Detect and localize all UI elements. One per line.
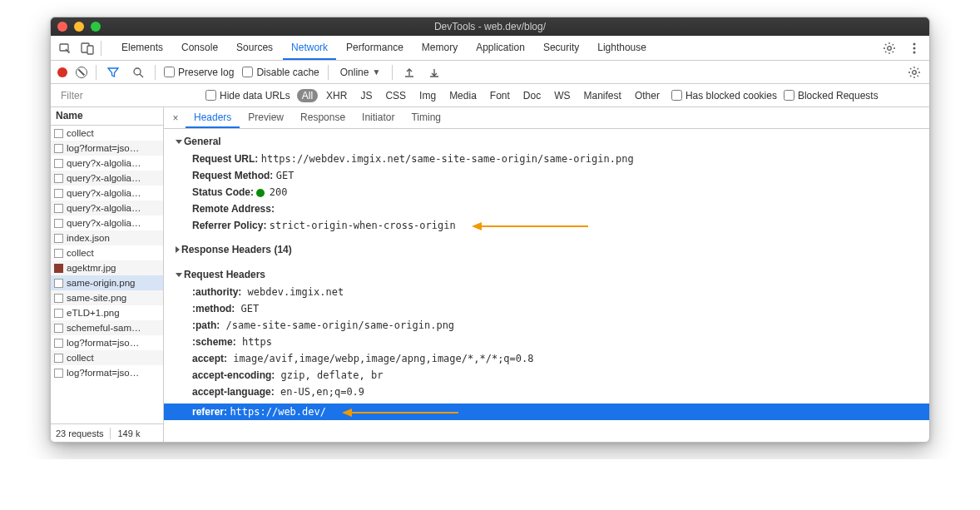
type-filter-ws[interactable]: WS xyxy=(549,89,575,102)
request-row[interactable]: query?x-algolia… xyxy=(51,201,163,215)
status-code-value: 200 xyxy=(270,186,288,198)
response-headers-title[interactable]: Response Headers (14) xyxy=(176,240,921,259)
chevron-down-icon: ▼ xyxy=(372,67,380,77)
chevron-down-icon xyxy=(176,140,182,144)
request-row[interactable]: collect xyxy=(51,245,163,260)
general-title-label: General xyxy=(184,136,221,147)
settings-icon[interactable] xyxy=(881,40,898,57)
requests-count: 23 requests xyxy=(56,428,103,438)
devtools-window: DevTools - web.dev/blog/ ElementsConsole… xyxy=(50,17,930,443)
main-toolbar: ElementsConsoleSourcesNetworkPerformance… xyxy=(51,36,929,61)
response-headers-label: Response Headers (14) xyxy=(181,244,292,255)
header-key: :method: xyxy=(192,303,235,314)
request-row[interactable]: collect xyxy=(51,350,163,365)
type-filter-font[interactable]: Font xyxy=(485,89,515,102)
content-area: Name collectlog?format=jso…query?x-algol… xyxy=(51,107,929,442)
type-filter-css[interactable]: CSS xyxy=(380,89,411,102)
request-row[interactable]: query?x-algolia… xyxy=(51,186,163,201)
window-title: DevTools - web.dev/blog/ xyxy=(51,21,929,32)
detail-tab-initiator[interactable]: Initiator xyxy=(354,108,403,128)
has-blocked-label: Has blocked cookies xyxy=(686,90,777,102)
disable-cache-label: Disable cache xyxy=(256,67,319,78)
request-row[interactable]: query?x-algolia… xyxy=(51,215,163,230)
status-ok-icon xyxy=(256,189,265,197)
type-filter-img[interactable]: Img xyxy=(414,89,441,102)
network-settings-icon[interactable] xyxy=(906,64,923,81)
tab-memory[interactable]: Memory xyxy=(413,37,466,60)
request-row[interactable]: same-site.png xyxy=(51,290,163,305)
request-row[interactable]: index.json xyxy=(51,230,163,245)
detail-tab-preview[interactable]: Preview xyxy=(240,108,292,128)
type-filter-other[interactable]: Other xyxy=(630,89,665,102)
download-har-icon[interactable] xyxy=(426,64,443,81)
request-name: log?format=jso… xyxy=(67,368,139,378)
general-section-title[interactable]: General xyxy=(176,132,921,151)
close-detail-icon[interactable]: × xyxy=(167,112,184,124)
request-row[interactable]: log?format=jso… xyxy=(51,141,163,156)
tab-application[interactable]: Application xyxy=(468,37,533,60)
request-method-value: GET xyxy=(276,170,294,181)
upload-har-icon[interactable] xyxy=(401,64,418,81)
requests-list: collectlog?format=jso…query?x-algolia…qu… xyxy=(51,126,163,423)
titlebar: DevTools - web.dev/blog/ xyxy=(51,17,929,36)
request-name: same-origin.png xyxy=(67,278,135,288)
blocked-requests-checkbox[interactable]: Blocked Requests xyxy=(784,90,879,102)
tab-lighthouse[interactable]: Lighthouse xyxy=(589,37,655,60)
preserve-log-label: Preserve log xyxy=(178,67,234,78)
type-filter-manifest[interactable]: Manifest xyxy=(579,89,626,102)
request-row[interactable]: collect xyxy=(51,126,163,141)
tab-console[interactable]: Console xyxy=(173,37,226,60)
type-filter-js[interactable]: JS xyxy=(355,89,377,102)
request-name: log?format=jso… xyxy=(67,143,139,153)
clear-icon[interactable] xyxy=(76,67,87,78)
request-row[interactable]: log?format=jso… xyxy=(51,365,163,380)
detail-tab-response[interactable]: Response xyxy=(292,108,354,128)
record-icon[interactable] xyxy=(57,67,67,77)
svg-point-7 xyxy=(134,68,141,75)
tab-sources[interactable]: Sources xyxy=(228,37,281,60)
request-row[interactable]: log?format=jso… xyxy=(51,335,163,350)
inspect-icon[interactable] xyxy=(57,40,74,57)
referer-header-row[interactable]: referer: https://web.dev/ xyxy=(164,404,929,420)
request-name: query?x-algolia… xyxy=(67,188,141,198)
request-row[interactable]: schemeful-sam… xyxy=(51,320,163,335)
type-filter-all[interactable]: All xyxy=(297,89,318,102)
search-icon[interactable] xyxy=(130,64,146,81)
type-filter-xhr[interactable]: XHR xyxy=(321,89,352,102)
request-row[interactable]: eTLD+1.png xyxy=(51,305,163,320)
divider xyxy=(96,65,97,80)
type-filter-doc[interactable]: Doc xyxy=(518,89,546,102)
header-row: accept: image/avif,image/webp,image/apng… xyxy=(176,350,921,367)
header-value: https xyxy=(236,336,272,348)
request-row[interactable]: query?x-algolia… xyxy=(51,171,163,186)
svg-rect-2 xyxy=(87,46,93,54)
request-row[interactable]: same-origin.png xyxy=(51,275,163,290)
tab-security[interactable]: Security xyxy=(535,37,587,60)
request-headers-label: Request Headers xyxy=(184,269,265,280)
detail-tab-timing[interactable]: Timing xyxy=(403,108,449,128)
throttle-select[interactable]: Online ▼ xyxy=(337,67,384,78)
hide-data-urls-checkbox[interactable]: Hide data URLs xyxy=(205,90,290,102)
request-name: collect xyxy=(67,128,94,138)
tab-network[interactable]: Network xyxy=(283,37,336,60)
preserve-log-checkbox[interactable]: Preserve log xyxy=(164,67,234,78)
status-code-label: Status Code: xyxy=(192,186,254,198)
name-column-header[interactable]: Name xyxy=(51,107,163,126)
tab-performance[interactable]: Performance xyxy=(338,37,412,60)
more-icon[interactable] xyxy=(906,40,923,57)
chevron-right-icon xyxy=(176,246,180,253)
type-filter-media[interactable]: Media xyxy=(444,89,482,102)
request-row[interactable]: agektmr.jpg xyxy=(51,260,163,275)
disable-cache-checkbox[interactable]: Disable cache xyxy=(242,67,319,78)
has-blocked-cookies-checkbox[interactable]: Has blocked cookies xyxy=(671,90,777,102)
request-method-label: Request Method: xyxy=(192,170,273,181)
request-headers-title[interactable]: Request Headers xyxy=(176,265,921,284)
filter-toggle-icon[interactable] xyxy=(105,64,121,81)
filter-input[interactable] xyxy=(57,88,199,103)
detail-tab-headers[interactable]: Headers xyxy=(186,108,240,128)
request-row[interactable]: query?x-algolia… xyxy=(51,156,163,171)
request-name: eTLD+1.png xyxy=(67,308,120,318)
svg-point-6 xyxy=(913,51,916,53)
tab-elements[interactable]: Elements xyxy=(113,37,171,60)
device-toggle-icon[interactable] xyxy=(79,40,96,57)
